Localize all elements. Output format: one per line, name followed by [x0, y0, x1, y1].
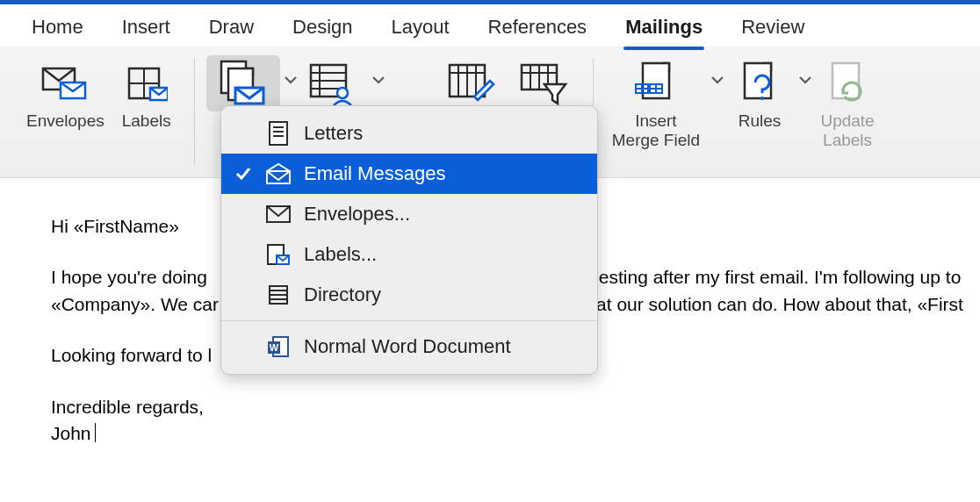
update-labels-button: Update Labels	[812, 55, 883, 154]
envelopes-label: Envelopes	[26, 111, 104, 131]
filter-recipients-icon	[515, 59, 572, 108]
menu-item-labels[interactable]: Labels...	[221, 234, 597, 275]
tab-draw[interactable]: Draw	[190, 9, 273, 47]
rules-icon	[731, 59, 788, 108]
labels-icon	[119, 59, 175, 108]
menu-item-directory[interactable]: Directory	[221, 275, 597, 315]
edit-recipients-icon	[443, 59, 500, 108]
directory-icon	[263, 283, 293, 306]
tab-layout[interactable]: Layout	[372, 9, 469, 47]
menu-item-letters[interactable]: Letters	[221, 113, 597, 154]
insert-merge-field-button[interactable]: Insert Merge Field	[605, 55, 707, 154]
tab-mailings[interactable]: Mailings	[606, 9, 722, 47]
insert-merge-field-icon	[628, 59, 684, 108]
start-mail-merge-button[interactable]	[206, 55, 280, 111]
menu-item-normal-document[interactable]: W Normal Word Document	[221, 326, 597, 367]
group-write-insert-fields: Insert Merge Field	[593, 55, 895, 172]
check-icon	[234, 166, 253, 182]
menu-item-labels-label: Labels...	[304, 243, 377, 266]
svg-rect-34	[270, 122, 287, 145]
rules-button[interactable]: Rules	[724, 55, 795, 134]
svg-rect-31	[745, 63, 771, 98]
tab-design[interactable]: Design	[273, 9, 371, 47]
menu-separator	[221, 320, 597, 321]
start-mail-merge-caret[interactable]	[284, 55, 298, 85]
text-cursor	[95, 423, 96, 442]
tab-home[interactable]: Home	[12, 9, 103, 47]
insert-merge-field-caret[interactable]	[710, 55, 724, 85]
tab-review[interactable]: Review	[722, 9, 824, 47]
envelopes-button[interactable]: Envelopes	[19, 55, 112, 134]
rules-caret[interactable]	[798, 55, 812, 85]
select-recipients-caret[interactable]	[371, 55, 386, 85]
tab-insert[interactable]: Insert	[103, 9, 190, 47]
labels-button[interactable]: Labels	[112, 55, 182, 134]
update-labels-icon	[819, 59, 876, 108]
edit-recipient-list-button[interactable]	[436, 55, 507, 111]
recipients-list-icon	[305, 59, 361, 108]
svg-point-14	[337, 88, 348, 98]
menu-item-normal-document-label: Normal Word Document	[304, 335, 511, 358]
insert-merge-field-label: Insert Merge Field	[612, 111, 700, 150]
open-envelope-icon	[263, 162, 293, 185]
envelope-icon	[263, 204, 293, 224]
start-mail-merge-menu: Letters Email Messages Envelopes...	[220, 105, 598, 375]
tab-references[interactable]: References	[469, 9, 607, 47]
menu-item-email-messages-label: Email Messages	[304, 162, 445, 185]
labels-label: Labels	[122, 111, 171, 131]
letters-icon	[263, 120, 293, 147]
envelope-icon	[37, 59, 93, 108]
select-recipients-button[interactable]	[298, 55, 368, 111]
menu-item-envelopes-label: Envelopes...	[304, 203, 410, 226]
ribbon-tabs: Home Insert Draw Design Layout Reference…	[0, 4, 980, 47]
svg-text:W: W	[270, 342, 279, 353]
group-create: Envelopes Labels	[7, 55, 194, 172]
menu-item-letters-label: Letters	[304, 122, 363, 145]
rules-label: Rules	[739, 111, 782, 131]
word-doc-icon: W	[263, 334, 293, 359]
menu-item-email-messages[interactable]: Email Messages	[221, 154, 597, 194]
doc-signoff: Incredible regards,John	[51, 394, 980, 448]
update-labels-label: Update Labels	[820, 111, 874, 150]
menu-item-directory-label: Directory	[304, 283, 381, 306]
labels-small-icon	[263, 243, 293, 266]
svg-point-32	[760, 97, 764, 100]
menu-item-envelopes[interactable]: Envelopes...	[221, 194, 597, 234]
mail-merge-docs-icon	[215, 59, 271, 108]
